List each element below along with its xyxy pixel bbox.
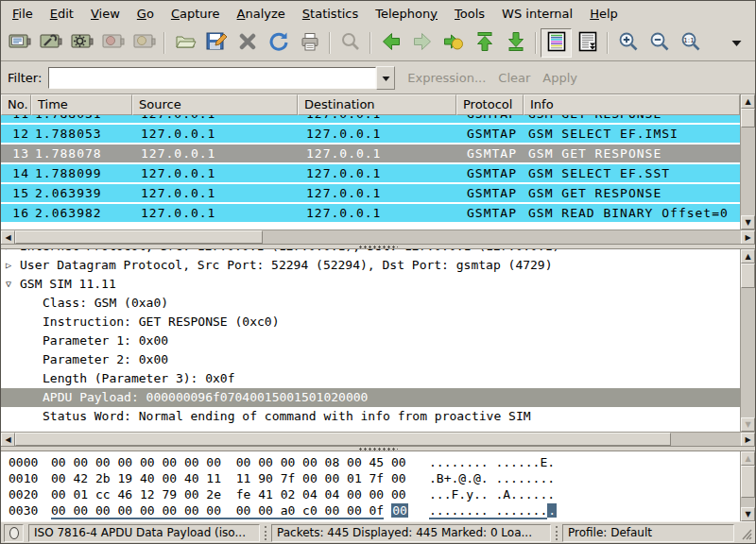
menu-ws-internal[interactable]: WS internal: [493, 3, 581, 25]
column-header-no[interactable]: No.: [1, 94, 31, 115]
capture-restart-button[interactable]: [129, 28, 160, 58]
filter-input[interactable]: [48, 67, 376, 89]
capture-options-button[interactable]: [35, 28, 66, 58]
menu-statistics[interactable]: Statistics: [294, 3, 367, 25]
menu-analyze[interactable]: Analyze: [229, 3, 294, 25]
menu-help[interactable]: Help: [581, 3, 627, 25]
packet-row-selected[interactable]: 13 1.788078 127.0.0.1 127.0.0.1 GSMTAP G…: [1, 144, 740, 162]
detail-row[interactable]: Instruction: GET RESPONSE (0xc0): [1, 313, 740, 332]
detail-row[interactable]: Parameter 2: 0x00: [1, 350, 740, 369]
scrollbar-thumb[interactable]: [15, 433, 671, 446]
menu-capture[interactable]: Capture: [163, 3, 229, 25]
filter-label: Filter:: [8, 71, 42, 85]
menu-edit[interactable]: Edit: [42, 3, 82, 25]
menu-view[interactable]: View: [82, 3, 129, 25]
menu-bar: File Edit View Go Capture Analyze Statis…: [1, 1, 755, 26]
scroll-down-button[interactable]: ▼: [741, 417, 755, 432]
go-back-button[interactable]: [375, 28, 406, 58]
apply-button[interactable]: Apply: [542, 71, 577, 85]
detail-row-selected[interactable]: APDU Payload: 000000096f0704001500150102…: [1, 388, 740, 407]
detail-row[interactable]: Class: GSM (0xa0): [1, 294, 740, 313]
scrollbar-thumb[interactable]: [741, 109, 755, 128]
column-header-info[interactable]: Info: [524, 94, 740, 115]
scroll-down-button[interactable]: ▼: [741, 507, 755, 521]
reload-button[interactable]: [263, 28, 294, 58]
scroll-up-button[interactable]: ▲: [741, 451, 755, 466]
expert-info-button[interactable]: [4, 524, 24, 542]
hex-vscrollbar[interactable]: ▲ ▼: [740, 451, 755, 521]
scrollbar-track[interactable]: [263, 230, 741, 244]
detail-row[interactable]: User Datagram Protocol, Src Port: 52294 …: [1, 256, 740, 275]
detail-row[interactable]: Parameter 1: 0x00: [1, 332, 740, 350]
hex-row[interactable]: 003000 00 00 00 00 00 00 00 00 00 a0 c0 …: [9, 502, 740, 518]
arrow-right-icon: ▶: [745, 436, 750, 444]
packet-row[interactable]: 15 2.063939 127.0.0.1 127.0.0.1 GSMTAP G…: [1, 184, 740, 202]
packet-row[interactable]: 16 2.063982 127.0.0.1 127.0.0.1 GSMTAP G…: [1, 204, 740, 222]
packet-info: GSM GET RESPONSE: [524, 115, 740, 121]
menu-telephony[interactable]: Telephony: [367, 3, 446, 25]
capture-start-button[interactable]: [66, 28, 97, 58]
packet-row[interactable]: 11 1.788031 127.0.0.1 127.0.0.1 GSMTAP G…: [1, 115, 740, 123]
details-vscrollbar[interactable]: ▲ ▼: [740, 249, 755, 432]
scrollbar-track[interactable]: [741, 288, 755, 417]
toolbar-overflow-button[interactable]: [721, 28, 752, 58]
find-packet-button[interactable]: [335, 28, 366, 58]
hex-row[interactable]: 002000 01 cc 46 12 79 00 2e fe 41 02 04 …: [9, 486, 740, 502]
list-interfaces-button[interactable]: [4, 28, 35, 58]
zoom-out-button[interactable]: [644, 28, 675, 58]
scrollbar-track[interactable]: [671, 433, 741, 446]
packet-row[interactable]: 14 1.788099 127.0.0.1 127.0.0.1 GSMTAP G…: [1, 164, 740, 182]
scrollbar-thumb[interactable]: [741, 264, 755, 288]
filter-dropdown-button[interactable]: [376, 66, 395, 90]
open-file-button[interactable]: [169, 28, 200, 58]
zoom-in-button[interactable]: [612, 28, 644, 58]
go-first-button[interactable]: [469, 28, 500, 58]
menu-go[interactable]: Go: [129, 3, 163, 25]
packet-row[interactable]: 12 1.788053 127.0.0.1 127.0.0.1 GSMTAP G…: [1, 125, 740, 143]
scroll-right-button[interactable]: ▶: [741, 433, 755, 446]
detail-row[interactable]: Length (Parameter 3): 0x0f: [1, 369, 740, 388]
column-header-destination[interactable]: Destination: [298, 94, 456, 115]
scrollbar-thumb[interactable]: [741, 466, 755, 498]
close-file-button[interactable]: [232, 28, 263, 58]
expander-collapsed-icon[interactable]: [6, 249, 19, 256]
go-forward-button[interactable]: [406, 28, 438, 58]
toolbar-separator: [535, 32, 537, 54]
scrollbar-thumb[interactable]: [15, 230, 263, 244]
capture-stop-button[interactable]: [97, 28, 129, 58]
scroll-left-button[interactable]: ◀: [1, 230, 15, 245]
detail-row[interactable]: GSM SIM 11.11: [1, 275, 740, 294]
expander-expanded-icon[interactable]: [6, 275, 19, 294]
details-hscrollbar[interactable]: ◀ ▶: [1, 432, 755, 446]
status-profile[interactable]: Profile: Default: [562, 524, 734, 542]
resize-grip[interactable]: [739, 526, 752, 540]
scroll-down-button[interactable]: ▼: [741, 215, 755, 230]
scrollbar-track[interactable]: [741, 128, 755, 215]
save-file-button[interactable]: [200, 28, 232, 58]
menu-file[interactable]: File: [4, 3, 42, 25]
scroll-up-button[interactable]: ▲: [741, 249, 755, 264]
scrollbar-track[interactable]: [741, 498, 755, 507]
go-to-packet-button[interactable]: [438, 28, 469, 58]
column-header-source[interactable]: Source: [132, 94, 298, 115]
scroll-right-button[interactable]: ▶: [741, 230, 755, 245]
go-last-button[interactable]: [500, 28, 531, 58]
colorize-button[interactable]: [541, 28, 572, 58]
expression-button[interactable]: Expression...: [407, 71, 486, 85]
scroll-up-button[interactable]: ▲: [741, 94, 755, 109]
scroll-left-button[interactable]: ◀: [1, 433, 15, 446]
column-header-protocol[interactable]: Protocol: [456, 94, 524, 115]
detail-row[interactable]: Internet Protocol, Src: 127.0.0.1 (127.0…: [1, 249, 740, 256]
zoom-normal-button[interactable]: 1:1: [675, 28, 706, 58]
expander-collapsed-icon[interactable]: [6, 256, 19, 275]
auto-scroll-button[interactable]: [572, 28, 603, 58]
packet-list-vscrollbar[interactable]: ▲ ▼: [740, 94, 755, 230]
hex-row[interactable]: 000000 00 00 00 00 00 00 00 00 00 00 00 …: [9, 454, 740, 470]
menu-tools[interactable]: Tools: [446, 3, 493, 25]
detail-row[interactable]: Status Word: Normal ending of command wi…: [1, 407, 740, 426]
packet-list-hscrollbar[interactable]: ◀ ▶: [1, 230, 755, 244]
hex-row[interactable]: 001000 42 2b 19 40 00 40 11 11 90 7f 00 …: [9, 470, 740, 486]
print-button[interactable]: [294, 28, 325, 58]
column-header-time[interactable]: Time: [31, 94, 132, 115]
clear-button[interactable]: Clear: [498, 71, 530, 85]
